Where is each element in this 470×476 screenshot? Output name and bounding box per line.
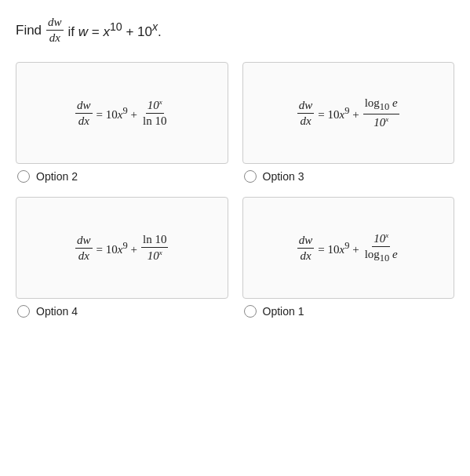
option3-radio[interactable]	[244, 170, 257, 183]
opt1-lhs-frac: dw dx	[297, 234, 315, 263]
option1-text: Option 1	[263, 305, 304, 318]
option4-radio[interactable]	[17, 305, 30, 318]
option4-formula: dw dx = 10x9 + ln 10 10x	[75, 233, 168, 263]
problem-fraction: dw dx	[46, 16, 64, 45]
option2-cell: dw dx = 10x9 + 10x ln 10 Option 2	[16, 62, 228, 183]
opt4-rhs-frac: ln 10 10x	[141, 233, 168, 263]
option1-cell: dw dx = 10x9 + 10x log10 e Option 1	[242, 197, 455, 318]
option2-formula: dw dx = 10x9 + 10x ln 10	[75, 98, 168, 128]
option1-formula: dw dx = 10x9 + 10x log10 e	[297, 231, 399, 264]
problem-statement: Find dw dx if w = x10 + 10x.	[16, 16, 454, 45]
option2-box[interactable]: dw dx = 10x9 + 10x ln 10	[16, 62, 228, 164]
option2-radio[interactable]	[17, 170, 30, 183]
opt4-lhs-frac: dw dx	[75, 234, 93, 263]
opt3-rhs-frac: log10 e 10x	[363, 96, 399, 129]
find-word: Find	[16, 23, 42, 38]
prob-numer: dw	[46, 16, 64, 31]
opt2-rhs-frac: 10x ln 10	[141, 98, 168, 128]
option1-label[interactable]: Option 1	[242, 305, 304, 318]
if-word: if w = x10 + 10x.	[68, 20, 162, 40]
option2-label[interactable]: Option 2	[16, 170, 78, 183]
option3-box[interactable]: dw dx = 10x9 + log10 e 10x	[242, 62, 455, 164]
option4-cell: dw dx = 10x9 + ln 10 10x Option 4	[16, 197, 228, 318]
option3-formula: dw dx = 10x9 + log10 e 10x	[297, 96, 399, 129]
option4-box[interactable]: dw dx = 10x9 + ln 10 10x	[16, 197, 228, 299]
prob-denom: dx	[48, 31, 62, 45]
option3-cell: dw dx = 10x9 + log10 e 10x Option 3	[242, 62, 455, 183]
opt3-lhs-frac: dw dx	[297, 99, 315, 128]
option1-radio[interactable]	[244, 305, 257, 318]
options-grid: dw dx = 10x9 + 10x ln 10 Option 2 dw dx	[16, 62, 454, 318]
option2-text: Option 2	[36, 170, 78, 183]
opt2-lhs-frac: dw dx	[75, 99, 93, 128]
option4-label[interactable]: Option 4	[16, 305, 78, 318]
opt1-rhs-frac: 10x log10 e	[363, 231, 399, 264]
option1-box[interactable]: dw dx = 10x9 + 10x log10 e	[242, 197, 455, 299]
option3-text: Option 3	[263, 170, 304, 183]
option4-text: Option 4	[36, 305, 78, 318]
option3-label[interactable]: Option 3	[242, 170, 304, 183]
